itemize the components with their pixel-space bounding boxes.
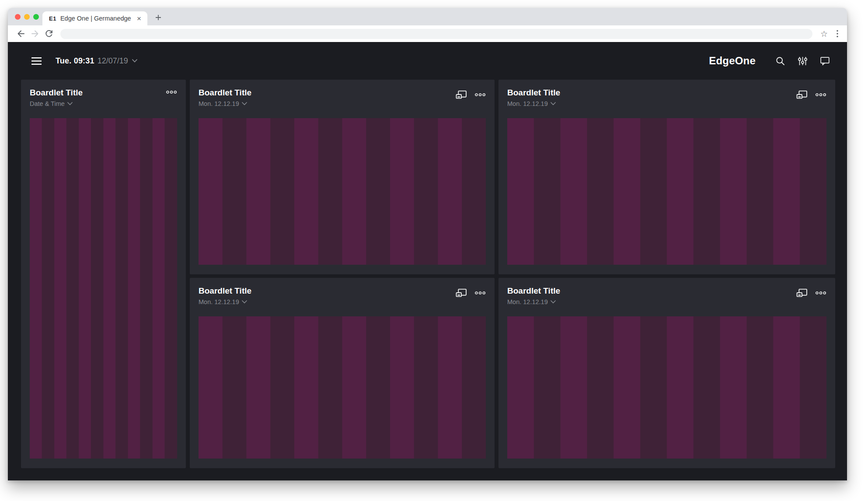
boardlet-card: Boardlet Title Date & Time <box>21 80 186 468</box>
minimize-window-button[interactable] <box>24 14 30 20</box>
boardlet-header: Boardlet Title Mon. 12.12.19 <box>199 286 486 316</box>
window-controls <box>15 14 39 20</box>
current-time: Tue. 09:31 <box>56 56 94 66</box>
boardlet-subtitle: Date & Time <box>30 100 65 107</box>
search-icon[interactable] <box>776 56 785 66</box>
boardlet-placeholder-chart <box>199 118 486 265</box>
datetime-selector[interactable]: Tue. 09:31 12/07/19 <box>56 56 137 66</box>
edgeone-app: Tue. 09:31 12/07/19 EdgeOne <box>8 42 847 480</box>
tab-strip: E1 Edge One | Germanedge × <box>8 8 847 25</box>
boardlet-header: Boardlet Title Mon. 12.12.19 <box>507 286 826 316</box>
boardlet-placeholder-chart <box>199 316 486 459</box>
menu-hamburger-icon[interactable] <box>31 57 42 65</box>
boardlet-header: Boardlet Title Mon. 12.12.19 <box>199 88 486 118</box>
boardlet-card: Boardlet Title Mon. 12.12.19 <box>498 80 835 274</box>
browser-toolbar: ☆ <box>8 25 847 42</box>
bookmark-star-icon[interactable]: ☆ <box>820 30 828 38</box>
more-options-icon[interactable] <box>474 93 486 97</box>
boardlet-actions <box>456 288 486 298</box>
chevron-down-icon <box>551 102 556 105</box>
boardlet-header: Boardlet Title Date & Time <box>30 88 177 118</box>
boardlet-actions <box>166 90 177 94</box>
more-options-icon[interactable] <box>474 291 486 295</box>
boardlet-title: Boardlet Title <box>30 88 83 98</box>
boardlet-card: Boardlet Title Mon. 12.12.19 <box>190 80 495 274</box>
chevron-down-icon <box>67 102 73 105</box>
boardlet-header: Boardlet Title Mon. 12.12.19 <box>507 88 826 118</box>
boardlet-subtitle: Mon. 12.12.19 <box>199 298 239 305</box>
tab-title: Edge One | Germanedge <box>60 15 135 22</box>
zoom-window-button[interactable] <box>33 14 39 20</box>
chevron-down-icon <box>242 102 247 105</box>
chat-bubble-icon[interactable] <box>820 56 830 66</box>
boardlet-card: Boardlet Title Mon. 12.12.19 <box>190 278 495 468</box>
app-header: Tue. 09:31 12/07/19 EdgeOne <box>8 42 847 80</box>
boardlet-actions <box>796 90 826 99</box>
reload-icon[interactable] <box>45 29 53 38</box>
back-icon[interactable] <box>17 29 25 38</box>
boardlet-actions <box>796 288 826 298</box>
more-options-icon[interactable] <box>815 291 826 295</box>
boardlet-title: Boardlet Title <box>507 286 560 296</box>
browser-window: E1 Edge One | Germanedge × ☆ <box>8 8 847 480</box>
boardlet-title: Boardlet Title <box>199 286 251 296</box>
address-bar[interactable] <box>60 29 812 39</box>
boardlet-subtitle: Mon. 12.12.19 <box>199 100 239 107</box>
edgeone-logo: EdgeOne <box>709 55 756 67</box>
current-date: 12/07/19 <box>98 56 128 66</box>
browser-tab[interactable]: E1 Edge One | Germanedge × <box>42 11 147 25</box>
more-options-icon[interactable] <box>166 90 177 94</box>
boardlet-grid: Boardlet Title Date & Time <box>21 80 835 468</box>
boardlet-subtitle-dropdown[interactable]: Mon. 12.12.19 <box>507 100 560 107</box>
popout-window-icon[interactable] <box>796 288 808 298</box>
boardlet-placeholder-chart <box>30 118 177 459</box>
tab-close-icon[interactable]: × <box>135 14 143 23</box>
forward-icon[interactable] <box>31 29 39 38</box>
popout-window-icon[interactable] <box>456 90 467 99</box>
boardlet-subtitle-dropdown[interactable]: Mon. 12.12.19 <box>199 298 251 305</box>
browser-menu-kebab-icon[interactable] <box>834 30 841 38</box>
boardlet-card: Boardlet Title Mon. 12.12.19 <box>498 278 835 468</box>
boardlet-subtitle-dropdown[interactable]: Mon. 12.12.19 <box>507 298 560 305</box>
popout-window-icon[interactable] <box>796 90 808 99</box>
chevron-down-icon <box>132 59 137 63</box>
boardlet-title: Boardlet Title <box>507 88 560 98</box>
boardlet-placeholder-chart <box>507 316 826 459</box>
chevron-down-icon <box>551 300 556 304</box>
header-actions: EdgeOne <box>709 55 830 67</box>
close-window-button[interactable] <box>15 14 21 20</box>
boardlet-subtitle-dropdown[interactable]: Mon. 12.12.19 <box>199 100 251 107</box>
filter-sliders-icon[interactable] <box>798 56 807 66</box>
boardlet-placeholder-chart <box>507 118 826 265</box>
tab-favicon: E1 <box>49 15 56 22</box>
popout-window-icon[interactable] <box>456 288 467 298</box>
boardlet-actions <box>456 90 486 99</box>
new-tab-button[interactable] <box>153 12 164 23</box>
plus-icon <box>155 14 161 21</box>
boardlet-subtitle-dropdown[interactable]: Date & Time <box>30 100 83 107</box>
boardlet-subtitle: Mon. 12.12.19 <box>507 100 548 107</box>
boardlet-subtitle: Mon. 12.12.19 <box>507 298 548 305</box>
boardlet-title: Boardlet Title <box>199 88 251 98</box>
more-options-icon[interactable] <box>815 93 826 97</box>
chevron-down-icon <box>242 300 247 304</box>
